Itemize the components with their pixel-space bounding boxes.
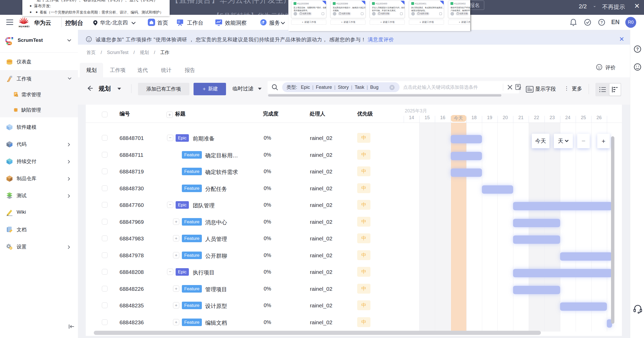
svg-text:?: ? (636, 47, 639, 51)
svg-text:?: ? (600, 20, 603, 24)
